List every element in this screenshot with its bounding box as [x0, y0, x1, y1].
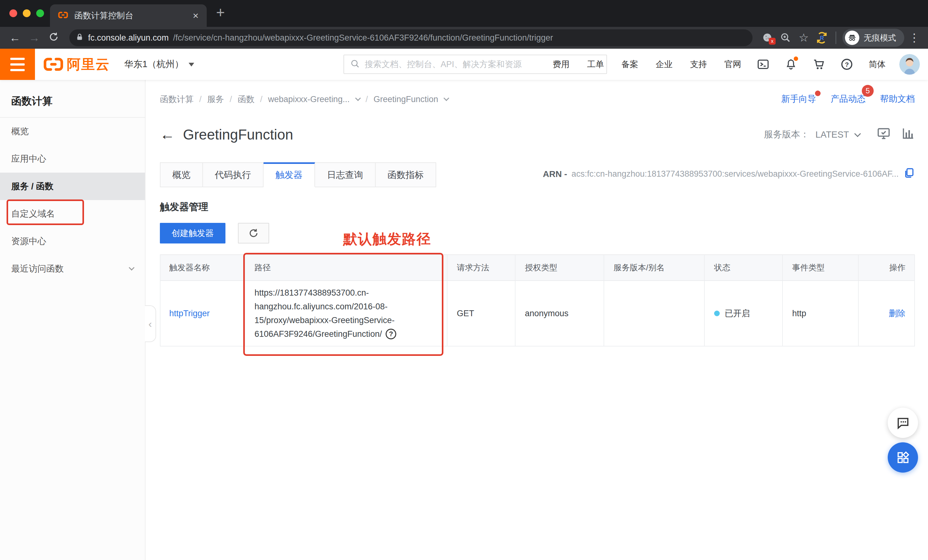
page-title: GreetingFunction [183, 126, 293, 143]
fullscreen-window-button[interactable] [36, 9, 44, 17]
arn-label: ARN - [543, 169, 567, 179]
sidebar-collapse-handle[interactable]: ‹ [145, 305, 156, 342]
breadcrumb-function[interactable]: 函数 [238, 94, 255, 105]
toolbar-divider [836, 32, 836, 44]
nav-link-support[interactable]: 支持 [690, 59, 707, 70]
browser-tab[interactable]: 函数计算控制台 × [50, 5, 207, 27]
breadcrumb-service-name[interactable]: webapixxx-Greeting... [268, 95, 350, 104]
service-version-selector[interactable]: 服务版本： LATEST [764, 127, 915, 143]
hamburger-menu-button[interactable] [0, 49, 35, 80]
trigger-method: GET [447, 281, 515, 346]
forward-icon[interactable]: → [26, 32, 43, 43]
trigger-name-link[interactable]: httpTrigger [169, 309, 210, 318]
notifications-bell-icon[interactable] [785, 58, 797, 70]
url-host: fc.console.aliyun.com [88, 33, 169, 43]
question-circle-icon[interactable]: ? [386, 329, 396, 339]
arn-value: acs:fc:cn-hangzhou:1813774388953700:serv… [571, 169, 899, 179]
app-grid-button[interactable] [888, 443, 918, 473]
nav-link-website[interactable]: 官网 [724, 59, 741, 70]
guide-link[interactable]: 新手向导 [781, 93, 816, 105]
search-icon [350, 59, 360, 70]
tab-overview[interactable]: 概览 [160, 162, 203, 187]
back-arrow-icon[interactable]: ← [160, 127, 175, 142]
create-trigger-button[interactable]: 创建触发器 [160, 223, 226, 244]
incognito-icon [845, 31, 859, 45]
breadcrumb-fc[interactable]: 函数计算 [160, 94, 194, 105]
back-icon[interactable]: ← [7, 32, 23, 43]
sidebar-item-services-functions[interactable]: 服务 / 函数 [0, 172, 145, 200]
breadcrumb-service[interactable]: 服务 [208, 94, 224, 105]
status-badge: 已开启 [725, 308, 750, 319]
chevron-down-icon [854, 130, 861, 137]
table-header-row: 触发器名称 路径 请求方法 授权类型 服务版本/别名 状态 事件类型 操作 [160, 255, 915, 281]
tab-close-icon[interactable]: × [193, 11, 198, 21]
breadcrumb-function-name[interactable]: GreetingFunction [374, 95, 438, 104]
tab-triggers[interactable]: 触发器 [264, 162, 315, 187]
product-news-link[interactable]: 产品动态 5 [830, 93, 865, 105]
col-trigger-name: 触发器名称 [160, 255, 244, 281]
url-path: /fc/service/cn-hangzhou/webapixxx-Greeti… [173, 33, 553, 43]
cart-icon[interactable] [812, 58, 825, 70]
chevron-down-icon[interactable] [355, 95, 361, 101]
nav-link-billing[interactable]: 费用 [553, 59, 569, 70]
col-auth: 授权类型 [515, 255, 604, 281]
language-selector[interactable]: 简体 [868, 59, 885, 70]
sidebar-item-resource-center[interactable]: 资源中心 [0, 227, 145, 255]
url-bar[interactable]: fc.console.aliyun.com/fc/service/cn-hang… [69, 29, 752, 46]
extension-icon[interactable]: R [814, 32, 829, 44]
sidebar-item-custom-domains[interactable]: 自定义域名 [0, 200, 145, 227]
refresh-button[interactable] [238, 223, 269, 244]
sidebar-item-overview[interactable]: 概览 [0, 117, 145, 145]
tab-metrics[interactable]: 函数指标 [375, 162, 436, 187]
help-icon[interactable]: ? [841, 58, 853, 70]
col-version-alias: 服务版本/别名 [604, 255, 704, 281]
trigger-status: 已开启 [704, 281, 782, 346]
bar-chart-icon[interactable] [901, 127, 915, 143]
close-window-button[interactable] [9, 9, 17, 17]
refresh-icon [248, 227, 259, 239]
sidebar-item-app-center[interactable]: 应用中心 [0, 145, 145, 172]
tab-favicon-aliyun-icon [58, 11, 68, 20]
window-controls[interactable] [9, 9, 44, 17]
caret-down-icon [189, 63, 194, 69]
table-row: httpTrigger https://1813774388953700.cn-… [160, 281, 915, 346]
sidebar-item-recent-functions[interactable]: 最近访问函数 [0, 255, 145, 282]
lock-icon [76, 33, 84, 43]
nav-link-icp[interactable]: 备案 [621, 59, 638, 70]
tab-logs[interactable]: 日志查询 [315, 162, 375, 187]
copy-icon[interactable] [903, 167, 915, 181]
incognito-label: 无痕模式 [864, 32, 896, 43]
nav-link-enterprise[interactable]: 企业 [656, 59, 673, 70]
feedback-chat-button[interactable] [888, 408, 918, 438]
nav-link-tickets[interactable]: 工单 [587, 59, 604, 70]
cookie-blocked-icon[interactable]: x [760, 32, 775, 43]
col-path: 路径 [244, 255, 447, 281]
main-content: 函数计算 / 服务 / 函数 / webapixxx-Greeting... /… [146, 80, 928, 560]
cloudshell-icon[interactable] [757, 58, 769, 70]
brand-name: 阿里云 [67, 55, 110, 74]
grid-icon [896, 451, 910, 464]
chevron-down-icon[interactable] [444, 95, 449, 101]
notification-dot [794, 56, 798, 61]
console-topnav: 阿里云 华东1（杭州） 费用 工单 备案 企业 支持 官网 [0, 49, 928, 80]
browser-menu-icon[interactable]: ⋮ [907, 31, 921, 44]
col-status: 状态 [704, 255, 782, 281]
status-enabled-dot [714, 311, 720, 316]
avatar[interactable] [899, 54, 920, 75]
tab-code[interactable]: 代码执行 [203, 162, 264, 187]
help-docs-link[interactable]: 帮助文档 [880, 93, 915, 105]
new-tab-button[interactable]: + [216, 5, 225, 20]
region-selector[interactable]: 华东1（杭州） [124, 58, 194, 70]
delete-trigger-link[interactable]: 删除 [889, 308, 905, 319]
tab-title: 函数计算控制台 [74, 10, 186, 21]
svg-text:?: ? [845, 61, 849, 68]
annotation-default-trigger-path: 默认触发路径 [343, 230, 431, 249]
aliyun-logo-icon [44, 57, 63, 72]
minimize-window-button[interactable] [23, 9, 31, 17]
zoom-icon[interactable] [778, 32, 793, 43]
reload-icon[interactable] [46, 32, 62, 44]
bookmark-star-icon[interactable]: ☆ [796, 32, 811, 43]
aliyun-logo[interactable]: 阿里云 [44, 55, 110, 74]
monitor-check-icon[interactable] [877, 127, 891, 143]
page-title-row: ← GreetingFunction 服务版本： LATEST [160, 126, 915, 143]
